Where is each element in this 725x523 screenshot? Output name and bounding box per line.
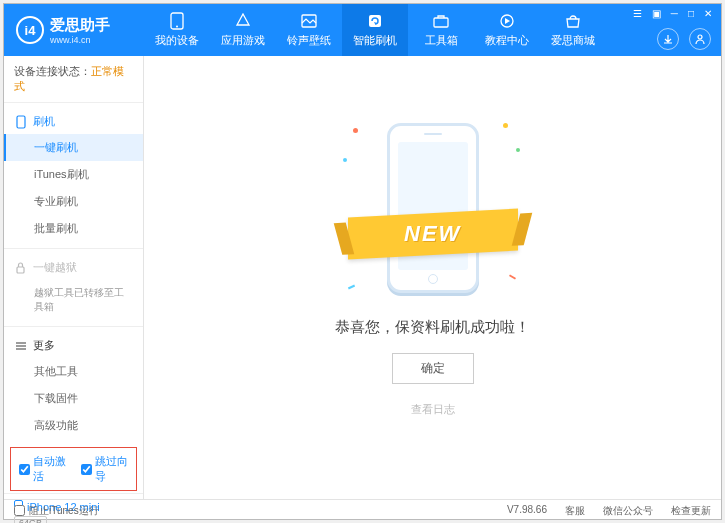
success-message: 恭喜您，保资料刷机成功啦！	[335, 318, 530, 337]
svg-rect-7	[17, 116, 25, 128]
wechat-link[interactable]: 微信公众号	[603, 504, 653, 518]
skip-guide-checkbox[interactable]: 跳过向导	[81, 454, 129, 484]
options-row: 自动激活 跳过向导	[10, 447, 137, 491]
sidebar-section-more[interactable]: 更多	[4, 333, 143, 358]
customer-service-link[interactable]: 客服	[565, 504, 585, 518]
connection-status: 设备连接状态：正常模式	[4, 56, 143, 103]
svg-rect-4	[434, 18, 448, 27]
sidebar-item-download-firmware[interactable]: 下载固件	[4, 385, 143, 412]
apps-icon	[234, 12, 252, 30]
app-name: 爱思助手	[50, 16, 110, 35]
app-url: www.i4.cn	[50, 35, 110, 45]
sidebar-item-other-tools[interactable]: 其他工具	[4, 358, 143, 385]
maximize-icon[interactable]: □	[685, 8, 697, 19]
download-icon[interactable]	[657, 28, 679, 50]
store-icon	[564, 12, 582, 30]
tab-my-device[interactable]: 我的设备	[144, 4, 210, 56]
main-content: NEW 恭喜您，保资料刷机成功啦！ 确定 查看日志	[144, 56, 721, 499]
sidebar-section-jailbreak: 一键越狱	[4, 255, 143, 280]
tab-store[interactable]: 爱思商城	[540, 4, 606, 56]
close-icon[interactable]: ✕	[701, 8, 715, 19]
tutorial-icon	[498, 12, 516, 30]
window-controls: ☰ ▣ ─ □ ✕	[630, 8, 715, 19]
version-label: V7.98.66	[507, 504, 547, 518]
more-icon	[14, 341, 27, 351]
tab-toolbox[interactable]: 工具箱	[408, 4, 474, 56]
app-logo: i4 爱思助手 www.i4.cn	[4, 16, 144, 45]
sidebar-item-advanced[interactable]: 高级功能	[4, 412, 143, 439]
auto-activate-checkbox[interactable]: 自动激活	[19, 454, 67, 484]
menu-icon[interactable]: ☰	[630, 8, 645, 19]
sidebar: 设备连接状态：正常模式 刷机 一键刷机 iTunes刷机 专业刷机 批量刷机 一…	[4, 56, 144, 499]
lock-icon	[14, 262, 27, 274]
tab-flash[interactable]: 智能刷机	[342, 4, 408, 56]
app-header: i4 爱思助手 www.i4.cn 我的设备 应用游戏 铃声壁纸 智能刷机	[4, 4, 721, 56]
skin-icon[interactable]: ▣	[649, 8, 664, 19]
account-icon[interactable]	[689, 28, 711, 50]
sidebar-item-itunes-flash[interactable]: iTunes刷机	[4, 161, 143, 188]
svg-rect-8	[17, 267, 24, 273]
phone-illustration: NEW	[368, 118, 498, 298]
tab-apps[interactable]: 应用游戏	[210, 4, 276, 56]
svg-point-1	[176, 26, 178, 28]
block-itunes-checkbox[interactable]: 阻止iTunes运行	[14, 504, 99, 518]
new-ribbon: NEW	[348, 209, 518, 260]
svg-rect-3	[369, 15, 381, 27]
toolbox-icon	[432, 12, 450, 30]
phone-icon	[14, 115, 27, 129]
minimize-icon[interactable]: ─	[668, 8, 681, 19]
sidebar-item-batch-flash[interactable]: 批量刷机	[4, 215, 143, 242]
view-log-link[interactable]: 查看日志	[411, 402, 455, 417]
ok-button[interactable]: 确定	[392, 353, 474, 384]
tab-tutorials[interactable]: 教程中心	[474, 4, 540, 56]
wallpaper-icon	[300, 12, 318, 30]
svg-point-6	[698, 35, 702, 39]
jailbreak-note: 越狱工具已转移至工具箱	[4, 280, 143, 320]
flash-icon	[366, 12, 384, 30]
tab-ringtones[interactable]: 铃声壁纸	[276, 4, 342, 56]
check-update-link[interactable]: 检查更新	[671, 504, 711, 518]
device-icon	[168, 12, 186, 30]
sidebar-section-flash[interactable]: 刷机	[4, 109, 143, 134]
sidebar-item-oneclick-flash[interactable]: 一键刷机	[4, 134, 143, 161]
logo-icon: i4	[16, 16, 44, 44]
sidebar-item-pro-flash[interactable]: 专业刷机	[4, 188, 143, 215]
